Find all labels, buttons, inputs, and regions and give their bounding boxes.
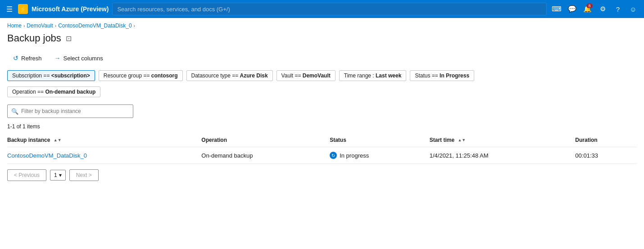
global-search-input[interactable]: [112, 3, 547, 15]
col-start-time[interactable]: Start time ▲▼: [430, 133, 576, 147]
status-cell: ↻ In progress: [330, 152, 426, 159]
search-input[interactable]: [21, 108, 129, 114]
backup-instance-link[interactable]: ContosoDemoVM_DataDisk_0: [7, 152, 87, 159]
filter-subscription-text: Subscription == <subscription>: [12, 72, 90, 79]
select-columns-button[interactable]: → Select columns: [49, 51, 109, 65]
backup-jobs-table: Backup instance ▲▼ Operation Status Star…: [7, 133, 637, 164]
filter-resource-group[interactable]: Resource group == contosorg: [99, 70, 183, 81]
topbar: ☰ ⚡ Microsoft Azure (Preview) ⌨ 💬 🔔 8 ⚙ …: [0, 0, 644, 18]
sort-backup-instance-icon: ▲▼: [54, 138, 62, 142]
filter-datasource-type-text: Datasource type == Azure Disk: [191, 72, 268, 79]
status-in-progress-icon: ↻: [330, 152, 337, 159]
filter-vault-text: Vault == DemoVault: [281, 72, 331, 79]
next-button[interactable]: Next >: [69, 169, 99, 181]
filter-operation[interactable]: Operation == On-demand backup: [7, 86, 100, 97]
cell-backup-instance: ContosoDemoVM_DataDisk_0: [7, 147, 201, 164]
filter-resource-group-text: Resource group == contosorg: [104, 72, 178, 79]
filter-operation-text: Operation == On-demand backup: [12, 89, 95, 95]
toolbar: ↺ Refresh → Select columns: [0, 51, 644, 70]
filters-row2: Operation == On-demand backup: [0, 86, 644, 104]
feedback-icon[interactable]: 💬: [566, 3, 578, 15]
hamburger-menu[interactable]: ☰: [5, 3, 14, 15]
table-row[interactable]: ContosoDemoVM_DataDisk_0 On-demand backu…: [7, 147, 637, 164]
col-status: Status: [330, 133, 430, 147]
select-columns-label: Select columns: [63, 55, 103, 62]
columns-icon: →: [54, 54, 61, 62]
search-icon: 🔍: [11, 108, 18, 115]
cell-operation: On-demand backup: [201, 147, 330, 164]
refresh-label: Refresh: [21, 55, 42, 62]
terminal-icon[interactable]: ⌨: [550, 3, 563, 15]
breadcrumb-datasource[interactable]: ContosoDemoVM_DataDisk_0: [58, 23, 132, 29]
topbar-actions: ⌨ 💬 🔔 8 ⚙ ? ☺: [550, 3, 639, 15]
notifications-icon[interactable]: 🔔 8: [581, 3, 594, 15]
col-backup-instance[interactable]: Backup instance ▲▼: [7, 133, 201, 147]
azure-icon: ⚡: [18, 4, 28, 14]
current-page: 1: [54, 172, 57, 178]
search-box: 🔍: [7, 104, 133, 118]
col-duration: Duration: [575, 133, 637, 147]
breadcrumb: Home › DemoVault › ContosoDemoVM_DataDis…: [0, 18, 644, 31]
page-select[interactable]: 1 ▾: [50, 170, 66, 181]
cell-duration: 00:01:33: [575, 147, 637, 164]
refresh-icon: ↺: [13, 54, 18, 62]
account-icon[interactable]: ☺: [627, 3, 639, 15]
filter-vault[interactable]: Vault == DemoVault: [277, 70, 336, 81]
table-wrap: Backup instance ▲▼ Operation Status Star…: [0, 133, 644, 164]
refresh-button[interactable]: ↺ Refresh: [7, 51, 48, 65]
filter-time-range[interactable]: Time range : Last week: [339, 70, 407, 81]
settings-icon[interactable]: ⚙: [596, 3, 609, 15]
page-header: Backup jobs ⊡: [0, 31, 644, 51]
breadcrumb-sep-2: ›: [55, 23, 56, 28]
status-text: In progress: [340, 152, 369, 159]
page-title: Backup jobs: [7, 32, 61, 44]
filters-row1: Subscription == <subscription> Resource …: [0, 70, 644, 86]
col-operation: Operation: [201, 133, 330, 147]
breadcrumb-sep-3: ›: [134, 23, 135, 28]
help-icon[interactable]: ?: [612, 3, 624, 15]
breadcrumb-demovault[interactable]: DemoVault: [27, 23, 53, 29]
filter-subscription[interactable]: Subscription == <subscription>: [7, 70, 95, 81]
breadcrumb-sep-1: ›: [23, 23, 25, 28]
pagination: < Previous 1 ▾ Next >: [0, 164, 644, 186]
page-dropdown-icon: ▾: [59, 172, 62, 178]
search-row: 🔍: [0, 104, 644, 122]
app-title: Microsoft Azure (Preview): [32, 5, 109, 13]
filter-time-range-text: Time range : Last week: [344, 72, 402, 79]
sort-start-time-icon: ▲▼: [458, 138, 466, 142]
filter-datasource-type[interactable]: Datasource type == Azure Disk: [186, 70, 273, 81]
previous-button[interactable]: < Previous: [7, 169, 46, 181]
content-area: Home › DemoVault › ContosoDemoVM_DataDis…: [0, 18, 644, 249]
breadcrumb-home[interactable]: Home: [7, 23, 22, 29]
cell-status: ↻ In progress: [330, 147, 430, 164]
filter-status-text: Status == In Progress: [415, 72, 469, 79]
cell-start-time: 1/4/2021, 11:25:48 AM: [430, 147, 576, 164]
filter-status[interactable]: Status == In Progress: [410, 70, 474, 81]
table-header-row: Backup instance ▲▼ Operation Status Star…: [7, 133, 637, 147]
print-icon[interactable]: ⊡: [66, 34, 72, 43]
items-count: 1-1 of 1 items: [0, 122, 644, 133]
notifications-badge: 8: [586, 4, 593, 8]
